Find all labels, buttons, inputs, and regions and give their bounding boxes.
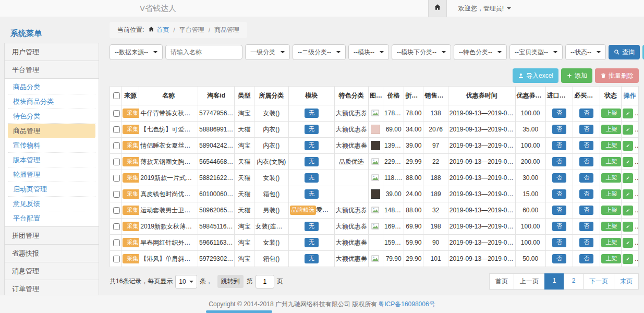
module-badge[interactable]: 无	[305, 157, 319, 166]
edit-button[interactable]	[623, 109, 633, 118]
filter-select-模块[interactable]: --模块--	[348, 44, 389, 60]
page-button-末页[interactable]: 末页	[614, 273, 639, 290]
status-badge[interactable]: 上架	[601, 157, 621, 166]
status-badge[interactable]: 上架	[601, 189, 621, 199]
module-badge[interactable]: 无	[305, 173, 319, 183]
must-buy-badge[interactable]: 否	[579, 206, 593, 215]
import-select-badge[interactable]: 否	[552, 238, 566, 247]
user-menu[interactable]: 欢迎您，管理员!	[458, 4, 511, 13]
module-badge[interactable]: 无	[305, 238, 319, 247]
import-select-badge[interactable]: 否	[552, 254, 566, 263]
status-badge[interactable]: 上架	[601, 222, 621, 231]
row-checkbox[interactable]	[113, 223, 120, 230]
filter-select-特色分类[interactable]: --特色分类--	[454, 44, 507, 60]
batch-delete-button[interactable]: 批量删除	[595, 68, 639, 83]
status-badge[interactable]: 上架	[601, 173, 621, 183]
sidebar-item-模块商品分类[interactable]: 模块商品分类	[8, 94, 95, 109]
home-button[interactable]	[428, 0, 447, 17]
must-buy-badge[interactable]: 否	[579, 189, 593, 199]
edit-button[interactable]	[623, 157, 633, 167]
sidebar-item-宣传物料[interactable]: 宣传物料	[8, 138, 95, 153]
edit-button[interactable]	[623, 189, 633, 199]
filter-select-模块下分类[interactable]: --模块下分类--	[392, 44, 451, 60]
per-page-select[interactable]: 10	[175, 275, 197, 288]
jump-page-input[interactable]	[256, 275, 274, 288]
filter-select-一级分类[interactable]: 一级分类	[245, 44, 290, 60]
page-button-首页[interactable]: 首页	[489, 273, 514, 290]
must-buy-badge[interactable]: 否	[579, 109, 593, 118]
import-excel-button[interactable]: 导入excel	[513, 68, 558, 83]
must-buy-badge[interactable]: 否	[579, 125, 593, 134]
edit-button[interactable]	[623, 222, 633, 232]
horizontal-scrollbar-thumb[interactable]	[206, 310, 272, 313]
row-checkbox[interactable]	[113, 207, 120, 214]
edit-button[interactable]	[623, 125, 633, 135]
edit-button[interactable]	[623, 238, 633, 248]
row-checkbox[interactable]	[113, 256, 120, 262]
import-select-badge[interactable]: 否	[552, 141, 566, 150]
breadcrumb-home-link[interactable]: 首页	[156, 26, 169, 34]
module-badge[interactable]: 无	[305, 222, 319, 231]
status-badge[interactable]: 上架	[601, 125, 621, 134]
module-badge[interactable]: 无	[305, 254, 319, 263]
import-select-badge[interactable]: 否	[552, 189, 566, 199]
sidebar-item-版本管理[interactable]: 版本管理	[8, 153, 95, 167]
must-buy-badge[interactable]: 否	[579, 254, 593, 263]
product-name-input[interactable]	[165, 45, 242, 59]
sidebar-group-消息管理[interactable]: 消息管理	[4, 262, 99, 280]
import-select-badge[interactable]: 否	[552, 109, 566, 118]
sidebar-item-特色分类[interactable]: 特色分类	[8, 109, 95, 124]
status-badge[interactable]: 上架	[601, 206, 621, 215]
sidebar-item-平台配置[interactable]: 平台配置	[8, 211, 95, 225]
page-button-上一页[interactable]: 上一页	[514, 273, 545, 290]
module-badge[interactable]: 无	[305, 141, 319, 150]
row-checkbox[interactable]	[113, 239, 120, 246]
select-all-checkbox[interactable]	[113, 92, 120, 99]
filter-select-二级分类[interactable]: --二级分类--	[293, 44, 346, 60]
page-button-下一页[interactable]: 下一页	[583, 273, 614, 290]
must-buy-badge[interactable]: 否	[579, 141, 593, 150]
row-checkbox[interactable]	[113, 175, 120, 182]
sidebar-item-启动页管理[interactable]: 启动页管理	[8, 182, 95, 197]
sidebar-item-轮播管理[interactable]: 轮播管理	[8, 167, 95, 182]
status-badge[interactable]: 上架	[601, 141, 621, 150]
jump-button[interactable]: 跳转到	[217, 275, 244, 288]
page-button-2[interactable]: 2	[564, 273, 584, 290]
row-checkbox[interactable]	[113, 126, 120, 133]
must-buy-badge[interactable]: 否	[579, 222, 593, 231]
edit-button[interactable]	[623, 206, 633, 215]
add-button[interactable]: 添加	[561, 68, 592, 83]
status-badge[interactable]: 上架	[601, 238, 621, 247]
module-badge[interactable]: 无	[305, 125, 319, 134]
sidebar-item-意见反馈[interactable]: 意见反馈	[8, 197, 95, 211]
search-button[interactable]: 查询	[609, 45, 640, 59]
sidebar-item-商品分类[interactable]: 商品分类	[8, 80, 95, 94]
import-select-badge[interactable]: 否	[552, 206, 566, 215]
sidebar-group-拼团管理[interactable]: 拼团管理	[4, 226, 99, 244]
row-checkbox[interactable]	[113, 110, 120, 117]
filter-select-状态[interactable]: --状态--	[565, 44, 606, 60]
import-select-badge[interactable]: 否	[552, 222, 566, 231]
status-badge[interactable]: 上架	[601, 109, 621, 118]
edit-button[interactable]	[623, 141, 633, 151]
import-select-badge[interactable]: 否	[552, 157, 566, 166]
row-checkbox[interactable]	[113, 191, 120, 198]
sidebar-group-省惠快报[interactable]: 省惠快报	[4, 244, 99, 262]
edit-button[interactable]	[623, 254, 633, 264]
page-button-1[interactable]: 1	[544, 273, 564, 290]
filter-select-数据来源[interactable]: --数据来源--	[110, 44, 163, 60]
import-select-badge[interactable]: 否	[552, 173, 566, 183]
module-badge[interactable]: 无	[305, 109, 319, 118]
must-buy-badge[interactable]: 否	[579, 173, 593, 183]
row-checkbox[interactable]	[113, 142, 120, 149]
import-select-badge[interactable]: 否	[552, 125, 566, 134]
edit-button[interactable]	[623, 173, 633, 183]
filter-select-宝贝类型[interactable]: --宝贝类型--	[509, 44, 563, 60]
must-buy-badge[interactable]: 否	[579, 238, 593, 247]
module-badge[interactable]: 无	[305, 189, 319, 199]
icp-link[interactable]: 粤ICP备16098006号	[378, 300, 435, 309]
sidebar-item-商品管理[interactable]: 商品管理	[8, 124, 95, 138]
sidebar-group-平台管理[interactable]: 平台管理	[4, 61, 99, 78]
must-buy-badge[interactable]: 否	[579, 157, 593, 166]
row-checkbox[interactable]	[113, 159, 120, 165]
